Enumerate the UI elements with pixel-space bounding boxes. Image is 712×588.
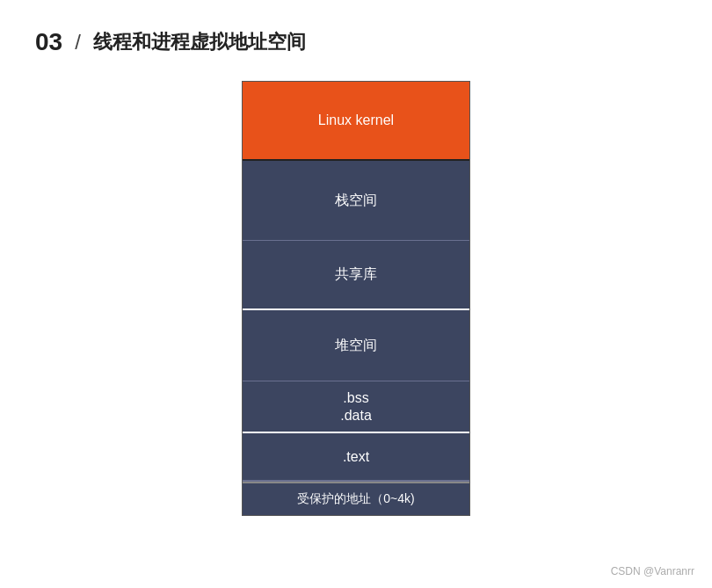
diagram-container: Linux kernel 栈空间 共享库 堆空间 .bss .data .tex…	[35, 81, 677, 516]
segment-protected: 受保护的地址（0~4k)	[243, 482, 469, 515]
page-container: 03 / 线程和进程虚拟地址空间 Linux kernel 栈空间 共享库 堆空…	[0, 0, 712, 534]
segment-stack: 栈空间	[243, 161, 469, 240]
segment-bss-label: .bss	[343, 390, 368, 406]
segment-heap: 堆空间	[243, 310, 469, 381]
memory-diagram: Linux kernel 栈空间 共享库 堆空间 .bss .data .tex…	[242, 81, 470, 516]
segment-bss-data: .bss .data	[243, 381, 469, 433]
segment-data-label: .data	[340, 408, 372, 424]
watermark: CSDN @Vanranrr	[611, 565, 694, 577]
title-number: 03	[35, 28, 62, 56]
segment-shared: 共享库	[243, 240, 469, 310]
segment-protected-label: 受保护的地址（0~4k)	[297, 491, 414, 507]
title-text: 线程和进程虚拟地址空间	[93, 29, 306, 55]
segment-text: .text	[243, 433, 469, 482]
segment-text-label: .text	[343, 449, 369, 465]
segment-heap-label: 堆空间	[335, 337, 377, 355]
segment-kernel: Linux kernel	[243, 82, 469, 161]
segment-stack-label: 栈空间	[335, 192, 377, 210]
title-slash: /	[75, 30, 81, 54]
page-title-bar: 03 / 线程和进程虚拟地址空间	[35, 28, 677, 56]
segment-shared-label: 共享库	[335, 265, 377, 284]
segment-kernel-label: Linux kernel	[318, 113, 394, 128]
